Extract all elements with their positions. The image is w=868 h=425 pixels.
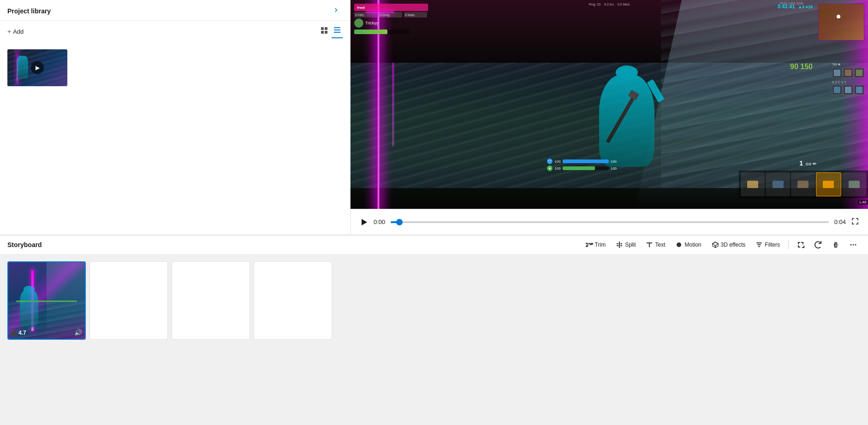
svg-rect-11 <box>758 246 760 247</box>
list-icon <box>333 26 341 34</box>
storyboard-actions: Trim Split Text <box>582 239 861 250</box>
clip-label: ⬛ 4.7 <box>11 330 26 336</box>
storyboard-clip-1[interactable]: ⬛ 4.7 🔊 <box>7 261 86 340</box>
hud-health-fill <box>354 30 387 34</box>
build-row-2 <box>832 85 864 95</box>
resize-button[interactable] <box>793 239 808 250</box>
hud-score-hp: 90 150 <box>790 63 813 71</box>
shield-icon-hud: 🛡 <box>547 159 553 164</box>
build-slot-floor <box>843 68 853 78</box>
storyboard-clip-empty-1[interactable] <box>89 261 168 340</box>
bottom-section: Storyboard Trim Split <box>0 235 868 425</box>
list-view-button[interactable] <box>332 24 343 38</box>
weapon-slot-5 <box>842 172 866 196</box>
progress-thumb[interactable] <box>396 219 403 225</box>
hud-player-row: Trickyy <box>354 18 428 28</box>
text-button[interactable]: Text <box>642 239 669 250</box>
library-content: ▶ <box>0 42 350 235</box>
storyboard-clip-empty-2[interactable] <box>172 261 250 340</box>
weapon-slot-4 <box>816 172 841 196</box>
build-row-1 <box>832 68 864 78</box>
svg-marker-7 <box>362 219 367 225</box>
hud-topleft: frwd 0 Kills 0 Dmg 0 Mats Trickyy <box>354 4 428 34</box>
motion-button[interactable]: Motion <box>672 239 705 250</box>
delete-button[interactable] <box>828 239 843 250</box>
hud-weapons-bar <box>739 171 868 198</box>
plus-icon: + <box>7 28 11 35</box>
split-icon <box>616 241 623 248</box>
build-slot-wall <box>832 68 842 78</box>
action-separator <box>788 240 789 249</box>
grid-view-button[interactable] <box>319 24 330 38</box>
speed-icon <box>814 241 822 248</box>
play-overlay[interactable]: ▶ <box>31 61 44 74</box>
fullscreen-icon <box>851 218 859 225</box>
hud-ammo: 1 oo ✏ <box>799 159 816 167</box>
add-media-button[interactable]: + Add <box>7 28 24 35</box>
media-thumbnail[interactable]: ▶ <box>7 49 67 86</box>
svg-rect-2 <box>321 31 324 34</box>
weapon-slot-3 <box>791 172 815 196</box>
hud-stat-damage: 0 Dmg <box>379 12 402 18</box>
weapon-icon-3 <box>797 181 809 188</box>
progress-bar[interactable] <box>391 221 828 223</box>
hud-stat-mats: 0 Mats <box>404 12 427 18</box>
svg-rect-8 <box>619 242 620 248</box>
hud-health-shield: 🛡 100 100 ♥ 100 <box>547 159 617 171</box>
more-icon <box>850 241 857 248</box>
filters-label: Filters <box>765 242 780 248</box>
trim-button[interactable]: Trim <box>582 239 610 250</box>
weapon-icon-4 <box>823 181 834 188</box>
svg-rect-10 <box>757 244 761 245</box>
weapon-icon-1 <box>747 181 758 188</box>
library-toolbar: + Add <box>0 21 350 42</box>
svg-rect-6 <box>334 32 340 33</box>
trim-label: Trim <box>595 242 606 248</box>
hud-hint: L-Alt <box>858 200 868 205</box>
screen-icon: ⬛ <box>11 331 17 336</box>
resize-icon <box>797 241 804 248</box>
current-time-label: 0:00 <box>374 218 385 225</box>
weapon-slot-2 <box>766 172 790 196</box>
svg-rect-5 <box>334 30 340 30</box>
video-controls: 0:00 0:04 <box>351 209 868 235</box>
text-label: Text <box>655 242 665 248</box>
library-header: Project library <box>0 0 350 21</box>
fullscreen-button[interactable] <box>851 218 859 227</box>
build-slot-2-3 <box>854 85 864 95</box>
split-button[interactable]: Split <box>612 239 639 250</box>
svg-point-14 <box>855 244 856 246</box>
grid-icon <box>321 27 328 34</box>
hud-player-name: Trickyy <box>365 21 378 25</box>
3d-effects-button[interactable]: 3D effects <box>708 239 749 250</box>
add-label: Add <box>13 28 24 35</box>
build-slot-stairs <box>854 68 864 78</box>
clip-audio-icon: 🔊 <box>74 329 82 336</box>
hud-player-bar: frwd <box>354 4 428 11</box>
trim-icon <box>586 241 593 248</box>
view-toggle <box>319 24 343 38</box>
3d-effects-label: 3D effects <box>721 242 746 248</box>
storyboard-clip-empty-3[interactable] <box>254 261 332 340</box>
svg-rect-3 <box>325 31 327 34</box>
collapse-panel-button[interactable] <box>330 6 343 17</box>
build-slot-2-2 <box>843 85 853 95</box>
clip-progress-bar <box>16 301 77 302</box>
hud-shield-bg <box>563 159 609 163</box>
delete-icon <box>832 241 839 248</box>
more-button[interactable] <box>846 239 861 250</box>
play-button[interactable] <box>360 218 368 226</box>
hud-match-info: 0333-2465-3064 <box>780 2 803 5</box>
library-title: Project library <box>7 7 51 15</box>
speed-button[interactable] <box>811 239 826 250</box>
weapon-icon-2 <box>773 181 784 188</box>
hud-shield-fill <box>563 159 609 163</box>
neon-vertical-thin <box>392 63 394 146</box>
hud-hp-row: ♥ 100 100 <box>547 165 617 171</box>
svg-rect-0 <box>321 27 324 30</box>
hud-top-center: Ping: 20 0.0 k/s 0.0 Mb/s <box>589 3 630 6</box>
svg-rect-4 <box>334 27 340 28</box>
svg-point-13 <box>853 244 854 246</box>
filters-button[interactable]: Filters <box>752 239 784 250</box>
3d-icon <box>712 241 719 248</box>
